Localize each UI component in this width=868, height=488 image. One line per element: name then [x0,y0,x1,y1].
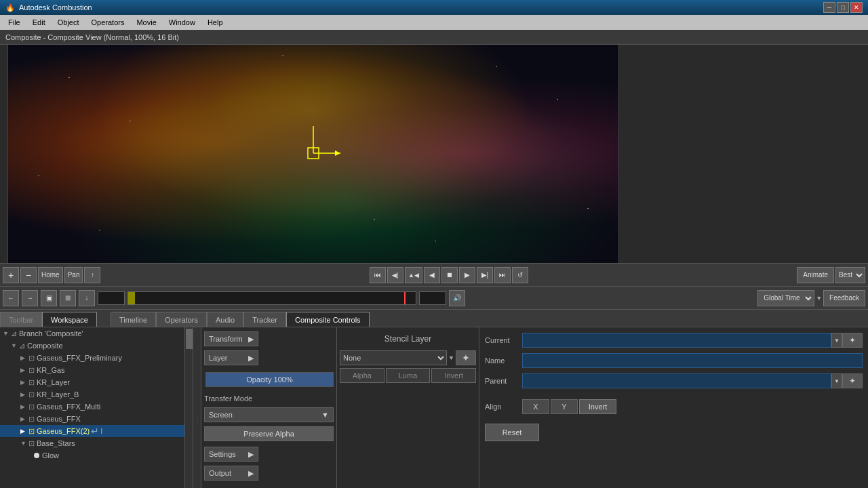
layer-button[interactable]: Layer ▶ [204,350,258,365]
tree-expand-7[interactable]: ▶ [20,428,28,434]
tree-scrollbar-thumb[interactable] [186,329,193,349]
menu-object[interactable]: Object [52,17,85,28]
tree-expand-root[interactable]: ▼ [3,330,11,337]
tab-workspace[interactable]: Workspace [42,312,97,327]
tree-scrollbar[interactable] [184,327,193,488]
goto-start-button[interactable]: ⏮ [370,267,386,283]
timeline-bar[interactable] [127,291,416,305]
parent-dropdown-btn[interactable]: ▼ [831,373,842,388]
play-back-button[interactable]: ◀ [424,267,440,283]
audio-button[interactable]: 🔊 [449,290,465,306]
screen-button[interactable]: Screen ▼ [204,407,334,422]
add-button[interactable]: + [3,267,19,283]
tab-composite-controls[interactable]: Composite Controls [286,312,370,327]
current-row: Current Gaseus_FFX(2) ▼ ✦ [485,331,863,349]
tab-timeline[interactable]: Timeline [111,312,156,327]
feedback-button[interactable]: Feedback [823,290,865,306]
maximize-button[interactable]: □ [837,2,849,13]
play-forward-button[interactable]: ▶ [459,267,475,283]
tree-item-8[interactable]: ▼ ⊡ Base_Stars [0,437,193,449]
x-align-button[interactable]: X [522,399,549,414]
tree-root[interactable]: ▼ ⊿ Branch 'Composite' [0,327,193,340]
home-button[interactable]: Home [38,267,63,283]
tree-item-7-selected[interactable]: ▶ ⊡ Gaseus_FFX(2) ↵ I [0,425,193,437]
parent-icon-btn[interactable]: ✦ [842,373,863,388]
tab-tracker[interactable]: Tracker [243,312,286,327]
tab-operators[interactable]: Operators [156,312,207,327]
goto-end-button[interactable]: ⏭ [494,267,511,283]
trim-in-button[interactable]: ▲◀ [405,267,422,283]
viewport[interactable] [8,45,618,263]
opacity-slider[interactable]: Opacity 100% [205,372,334,387]
current-icon-btn[interactable]: ✦ [842,333,863,348]
tree-icon-2: ⊡ [28,366,35,375]
monitor-button[interactable]: ▣ [41,290,57,306]
invert-stencil-button[interactable]: Invert [431,368,476,383]
layout-button[interactable]: ⊞ [60,290,76,306]
step-back-button[interactable]: ◀| [387,267,403,283]
tree-expand-3[interactable]: ▶ [20,379,28,386]
menu-operators[interactable]: Operators [86,17,130,28]
stencil-icon-button[interactable]: ✦ [456,350,476,365]
up-button[interactable]: ↑ [84,267,100,283]
layer-tree: ▼ ⊿ Branch 'Composite' ▼ ⊿ Composite ▶ ⊡… [0,327,193,488]
frame-start-input[interactable]: 1 [98,291,125,305]
menu-window[interactable]: Window [163,17,201,28]
alpha-button[interactable]: Alpha [340,368,384,383]
loop-button[interactable]: ↺ [512,267,528,283]
tree-expand-composite[interactable]: ▼ [11,342,19,349]
tree-expand-5[interactable]: ▶ [20,403,28,410]
invert-align-button[interactable]: Invert [579,399,616,414]
tree-item-3[interactable]: ▶ ⊡ KR_Layer [0,376,193,388]
tree-item-5[interactable]: ▶ ⊡ Gaseus_FFX_Multi [0,401,193,413]
menubar: File Edit Object Operators Movie Window … [0,15,868,30]
menu-edit[interactable]: Edit [27,17,51,28]
viewport-canvas [8,45,618,263]
screen-arrow: ▼ [321,411,329,419]
stencil-label: Stencil Layer [384,334,431,344]
y-align-button[interactable]: Y [551,399,578,414]
name-input[interactable]: Gaseus_FFX(2) [522,353,863,368]
frame-end-input[interactable]: 30 [419,291,446,305]
tree-item-1[interactable]: ▶ ⊡ Gaseus_FFX_Preliminary [0,352,193,364]
play-audio-button[interactable]: ▶| [477,267,493,283]
tree-label-5: Gaseus_FFX_Multi [37,403,100,411]
tree-expand-2[interactable]: ▶ [20,367,28,373]
stop-button[interactable]: ⏹ [441,267,458,283]
tree-composite[interactable]: ▼ ⊿ Composite [0,340,193,352]
back-button[interactable]: ← [3,290,19,306]
tree-item-2[interactable]: ▶ ⊡ KR_Gas [0,364,193,376]
pan-button[interactable]: Pan [64,267,83,283]
tab-audio[interactable]: Audio [207,312,243,327]
global-time-select[interactable]: Global Time [757,290,814,306]
luma-button[interactable]: Luma [386,368,431,383]
down-nav-button[interactable]: ↓ [79,290,95,306]
tree-expand-4[interactable]: ▶ [20,391,28,398]
menu-file[interactable]: File [3,17,26,28]
best-select[interactable]: Best Draft [835,267,865,283]
close-button[interactable]: ✕ [850,2,863,13]
menu-movie[interactable]: Movie [131,17,161,28]
animate-button[interactable]: Animate [797,267,834,283]
minimize-button[interactable]: ─ [823,2,835,13]
output-button[interactable]: Output ▶ [204,466,258,481]
transform-button[interactable]: Transform ▶ [204,331,258,346]
tree-item-6[interactable]: ▶ ⊡ Gaseus_FFX [0,413,193,425]
reset-button[interactable]: Reset [485,424,539,441]
menu-help[interactable]: Help [202,17,229,28]
forward-button[interactable]: → [22,290,38,306]
stencil-select[interactable]: None [340,350,447,365]
tree-item-9[interactable]: Glow [0,449,193,462]
tree-expand-6[interactable]: ▶ [20,415,28,422]
resize-handle[interactable]: ⋮ [193,327,201,488]
preserve-alpha-button[interactable]: Preserve Alpha [204,426,334,441]
tree-item-4[interactable]: ▶ ⊡ KR_Layer_B [0,388,193,401]
tab-toolbar[interactable]: Toolbar [0,312,42,327]
tree-expand-1[interactable]: ▶ [20,354,28,361]
settings-button[interactable]: Settings ▶ [204,447,258,462]
parent-input[interactable]: (none) [522,373,831,388]
tree-expand-8[interactable]: ▼ [20,440,28,447]
remove-button[interactable]: − [20,267,37,283]
current-dropdown-btn[interactable]: ▼ [831,333,842,348]
current-input[interactable]: Gaseus_FFX(2) [522,333,831,348]
